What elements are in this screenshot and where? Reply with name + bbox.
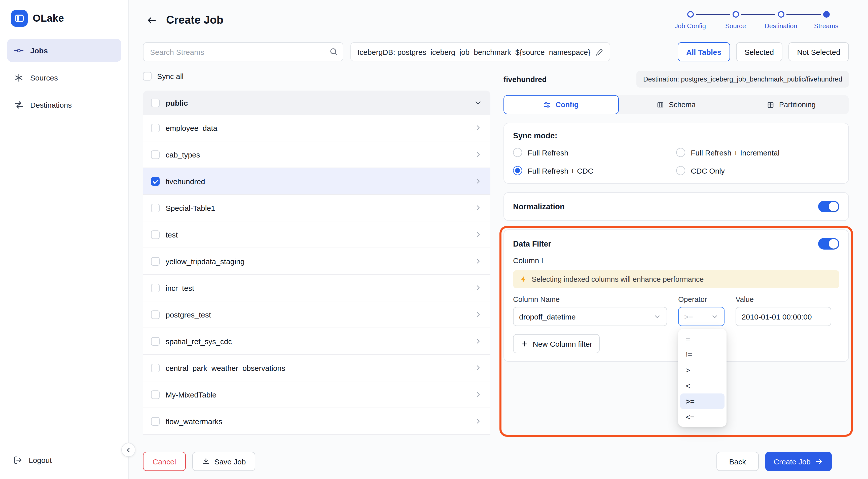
logout-label: Logout [29,456,52,465]
stream-row-fivehundred[interactable]: fivehundred [143,168,490,195]
schema-group-header[interactable]: public [143,91,490,115]
sync-all-checkbox[interactable] [143,72,152,80]
radio-full-refresh-cdc[interactable]: Full Refresh + CDC [513,166,676,175]
main-content: Create Job Job Config Source Destination… [129,0,868,479]
filter-not-selected-button[interactable]: Not Selected [788,42,849,61]
chevron-down-icon [711,313,718,320]
row-checkbox[interactable] [151,417,160,425]
filter-all-tables-button[interactable]: All Tables [678,42,730,61]
row-checkbox[interactable] [151,363,160,372]
chevron-right-icon [474,311,482,319]
radio-full-refresh[interactable]: Full Refresh [513,148,676,157]
normalization-toggle[interactable] [818,201,839,212]
search-icon[interactable] [329,47,338,58]
step-destination[interactable]: Destination [758,11,804,29]
step-dot [823,11,830,18]
logo: OLake [7,9,121,39]
row-checkbox[interactable] [151,177,160,185]
sidebar-item-destinations[interactable]: Destinations [7,93,121,116]
step-label: Destination [765,22,797,29]
row-checkbox[interactable] [151,284,160,292]
search-wrap [143,42,343,61]
operator-option-neq[interactable]: != [680,347,724,362]
pipeline-icon [14,45,24,55]
value-input[interactable] [742,312,825,321]
hint-text: Selecting indexed columns will enhance p… [532,275,704,283]
stream-row-employee_data[interactable]: employee_data [143,115,490,141]
row-checkbox[interactable] [151,390,160,399]
filter-selected-button[interactable]: Selected [736,42,782,61]
radio-cdc-only[interactable]: CDC Only [676,166,839,175]
sidebar-item-label: Destinations [30,100,72,109]
operator-value: >= [684,312,693,321]
stream-row-spatial_ref_sys_cdc[interactable]: spatial_ref_sys_cdc [143,328,490,355]
data-filter-toggle[interactable] [818,238,839,250]
sidebar-collapse-button[interactable] [121,443,135,457]
radio-control[interactable] [676,148,685,157]
transfer-icon [14,100,24,109]
stream-row-label: My-MixedTable [166,390,217,399]
new-column-filter-button[interactable]: New Column filter [513,334,600,353]
cancel-button[interactable]: Cancel [143,452,186,471]
stream-row-test[interactable]: test [143,221,490,248]
operator-select[interactable]: >= [678,307,724,326]
stream-row-flow_watermarks[interactable]: flow_watermarks [143,408,490,435]
page-header: Create Job Job Config Source Destination… [143,9,849,31]
chevron-right-icon [474,284,482,292]
sync-mode-title: Sync mode: [513,131,839,140]
row-checkbox[interactable] [151,257,160,265]
footer-right-group: Back Create Job [717,452,832,471]
row-checkbox[interactable] [151,310,160,319]
step-job-config[interactable]: Job Config [668,11,713,29]
row-checkbox[interactable] [151,124,160,132]
save-job-button[interactable]: Save Job [192,452,255,471]
tab-label: Schema [669,101,695,109]
stream-row-Special-Table1[interactable]: Special-Table1 [143,195,490,221]
operator-option-lte[interactable]: <= [680,409,724,425]
plus-icon [521,340,528,347]
operator-option-lt[interactable]: < [680,378,724,393]
radio-full-refresh-incremental[interactable]: Full Refresh + Incremental [676,148,839,157]
download-icon [202,457,210,466]
arrow-left-icon [146,15,157,25]
column-name-select[interactable]: dropoff_datetime [513,307,667,326]
stream-row-cab_types[interactable]: cab_types [143,141,490,168]
row-checkbox[interactable] [151,150,160,159]
back-button[interactable]: Back [717,452,759,471]
stream-row-central_park_weather_observations[interactable]: central_park_weather_observations [143,355,490,381]
stream-row-postgres_test[interactable]: postgres_test [143,301,490,328]
stream-row-yellow_tripdata_staging[interactable]: yellow_tripdata_staging [143,248,490,275]
lightning-icon [520,276,527,283]
operator-option-eq[interactable]: = [680,331,724,347]
operator-option-gt[interactable]: > [680,362,724,378]
back-arrow-button[interactable] [143,11,160,29]
group-checkbox[interactable] [151,98,160,107]
search-input[interactable] [143,42,343,61]
row-checkbox[interactable] [151,203,160,212]
stream-row-label: central_park_weather_observations [166,363,285,372]
create-job-button[interactable]: Create Job [765,452,832,471]
row-checkbox[interactable] [151,230,160,239]
tab-schema[interactable]: Schema [619,95,734,114]
tab-partitioning[interactable]: Partitioning [734,95,849,114]
sync-all-row[interactable]: Sync all [143,69,490,83]
edit-pencil-icon[interactable] [596,48,603,56]
footer-bar: Cancel Save Job Back Create Job [143,445,849,473]
step-streams[interactable]: Streams [804,11,849,29]
sidebar-item-sources[interactable]: Sources [7,66,121,89]
logo-text: OLake [33,12,64,24]
radio-control[interactable] [513,166,522,175]
stream-row-label: flow_watermarks [166,417,222,425]
tab-config[interactable]: Config [503,95,619,114]
operator-option-gte[interactable]: >= [680,393,724,409]
logout-button[interactable]: Logout [7,451,121,469]
selected-stream-name: fivehundred [503,75,547,83]
chevron-right-icon [474,257,482,265]
sidebar-item-jobs[interactable]: Jobs [7,39,121,62]
radio-control[interactable] [676,166,685,175]
stream-row-My-MixedTable[interactable]: My-MixedTable [143,381,490,408]
step-source[interactable]: Source [713,11,758,29]
row-checkbox[interactable] [151,337,160,345]
radio-control[interactable] [513,148,522,157]
stream-row-incr_test[interactable]: incr_test [143,275,490,301]
